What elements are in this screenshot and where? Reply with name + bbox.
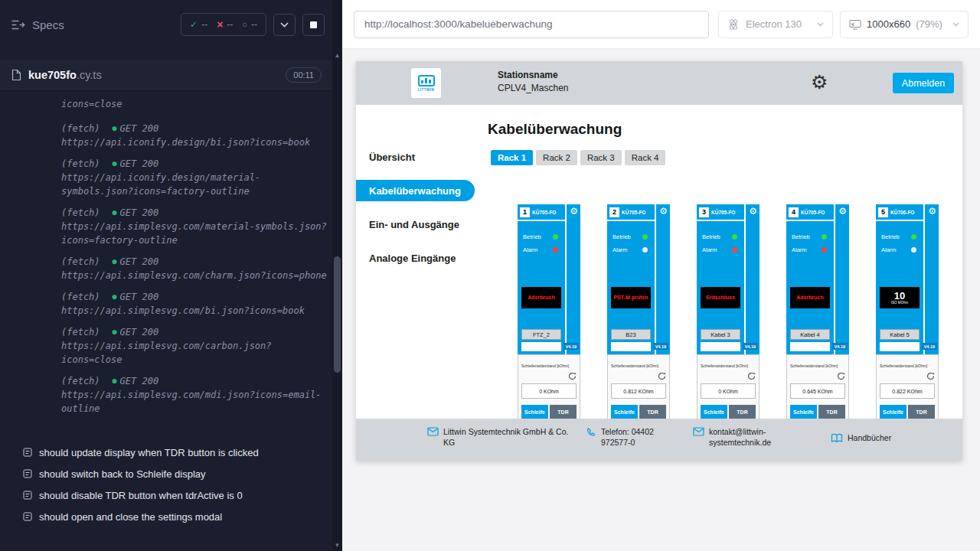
status-text: Erdschluss	[706, 295, 735, 301]
test-title: should update display when TDR button is…	[39, 447, 259, 458]
sidebar-item-analoge-eingaenge[interactable]: Analoge Eingänge	[356, 247, 475, 269]
panel-divider	[876, 220, 923, 221]
log-entry[interactable]: (fetch)●GET 200 https://api.simplesvg.co…	[61, 374, 328, 416]
card-gear-icon[interactable]: ⚙	[659, 206, 668, 217]
specs-toggle[interactable]: Specs	[11, 18, 64, 31]
station-info: Stationsname CPLV4_Maschen	[498, 69, 569, 95]
runner-scrollbar[interactable]: ▲ ▼	[332, 0, 342, 551]
tab-rack-2[interactable]: Rack 2	[536, 150, 577, 165]
browser-selector[interactable]: Electron 130	[718, 11, 833, 38]
card-gear-icon[interactable]: ⚙	[570, 206, 578, 217]
iso-unit: ISO MOhm	[891, 301, 909, 305]
collapse-button[interactable]	[273, 14, 296, 36]
url-input[interactable]: http://localhost:3000/kabelueberwachung	[354, 11, 709, 38]
log-status: GET 200	[120, 206, 159, 220]
device-cards: 1KÜ705-FO ⚙ Betrieb Alarm Aderbruch FTZ_…	[518, 204, 939, 419]
test-runner-panel: Specs ✓-- ×-- ○-- kue705fo.cy.ts 00:11 i…	[0, 0, 342, 551]
viewport-selector[interactable]: 1000x660 (79%)	[840, 11, 969, 38]
card-model: KÜ706-FO	[890, 210, 914, 215]
tdr-button[interactable]: TDR	[818, 405, 845, 419]
viewport-icon	[849, 19, 861, 30]
alarm-led	[732, 247, 737, 253]
log-status: GET 200	[120, 325, 159, 339]
tab-rack-1[interactable]: Rack 1	[491, 150, 533, 165]
phone-icon	[586, 427, 596, 438]
scroll-up-icon[interactable]: ▲	[332, 49, 342, 61]
card-gear-icon[interactable]: ⚙	[928, 206, 936, 217]
log-status: GET 200	[120, 374, 159, 388]
test-item[interactable]: should update display when TDR button is…	[0, 442, 332, 463]
card-gear-icon[interactable]: ⚙	[838, 206, 847, 217]
log-line[interactable]: icons=close	[61, 97, 328, 111]
test-item[interactable]: should disable TDR button when tdrActive…	[0, 484, 332, 506]
log-status: GET 200	[120, 255, 159, 269]
log-label: (fetch)	[61, 157, 100, 171]
tab-rack-4[interactable]: Rack 4	[625, 150, 666, 165]
app-main: Kabelüberwachung Rack 1 Rack 2 Rack 3 Ra…	[475, 105, 962, 419]
log-url: https://api.simplesvg.com/charm.json?ico…	[61, 269, 328, 282]
tdr-button[interactable]: TDR	[908, 405, 935, 419]
tdr-button[interactable]: TDR	[550, 405, 577, 419]
schleife-button[interactable]: Schleife	[701, 405, 727, 419]
alarm-led	[822, 247, 827, 253]
stop-button[interactable]	[302, 14, 325, 36]
rack-tabs: Rack 1 Rack 2 Rack 3 Rack 4	[491, 150, 665, 165]
passed-icon: ✓	[190, 19, 198, 30]
log-entry[interactable]: (fetch)●GET 200 https://api.simplesvg.co…	[61, 325, 328, 367]
logout-button[interactable]: Abmelden	[893, 73, 954, 93]
test-icon	[23, 491, 32, 500]
spec-header[interactable]: kue705fo.cy.ts 00:11	[0, 60, 332, 91]
test-item[interactable]: should open and close the settings modal	[0, 506, 332, 527]
alarm-led	[642, 247, 648, 253]
run-stats: ✓-- ×-- ○--	[181, 13, 266, 36]
littwin-logo-text: LITTWIN	[418, 88, 435, 92]
sidebar-item-ein-und-ausgaenge[interactable]: Ein- und Ausgänge	[356, 214, 475, 235]
card-gear-icon[interactable]: ⚙	[749, 206, 757, 217]
schleife-button[interactable]: Schleife	[611, 405, 638, 419]
schleife-button[interactable]: Schleife	[521, 405, 548, 419]
measure-value: 0 KOhm	[701, 383, 756, 399]
measure-label: Schleifenwiderstand [kOhm]	[790, 364, 838, 368]
tab-rack-3[interactable]: Rack 3	[580, 150, 622, 165]
test-icon	[23, 512, 32, 521]
schleife-button[interactable]: Schleife	[880, 405, 906, 419]
sidebar-item-uebersicht[interactable]: Übersicht	[356, 146, 475, 168]
test-list: should update display when TDR button is…	[0, 442, 332, 527]
url-text: http://localhost:3000/kabelueberwachung	[364, 18, 552, 30]
refresh-icon[interactable]	[747, 372, 756, 380]
log-entry[interactable]: (fetch)●GET 200 https://api.iconify.desi…	[61, 157, 328, 198]
chevron-down-icon	[817, 22, 824, 27]
sidebar-item-kabelueberwachung[interactable]: Kabelüberwachung	[356, 180, 475, 201]
settings-gear-icon[interactable]: ⚙	[811, 68, 828, 96]
station-label: Stationsname	[498, 69, 569, 82]
device-card: 2KÜ705-FO ⚙ Betrieb Alarm PST-M prüfen B…	[607, 204, 670, 419]
refresh-icon[interactable]	[658, 372, 666, 380]
scrollbar-thumb[interactable]	[334, 256, 341, 373]
scroll-down-icon[interactable]: ▼	[332, 539, 342, 551]
betrieb-label: Betrieb	[792, 233, 810, 240]
footer-phone: Telefon: 04402 972577-0	[586, 426, 681, 448]
status-text: PST-M prüfen	[613, 295, 648, 301]
refresh-icon[interactable]	[568, 372, 577, 380]
log-entry[interactable]: (fetch)●GET 200 https://api.simplesvg.co…	[61, 206, 328, 247]
spec-file-icon	[11, 69, 21, 81]
footer-manuals[interactable]: Handbücher	[831, 432, 930, 443]
pending-count: --	[251, 19, 257, 30]
measure-label: Schleifenwiderstand [kOhm]	[701, 364, 748, 368]
test-item[interactable]: should switch back to Schleife display	[0, 463, 332, 484]
refresh-icon[interactable]	[837, 372, 845, 380]
refresh-icon[interactable]	[926, 372, 935, 380]
log-label: (fetch)	[61, 206, 100, 220]
status-text: Aderbruch	[528, 295, 554, 301]
alarm-label: Alarm	[881, 246, 897, 253]
tdr-button[interactable]: TDR	[639, 405, 666, 419]
schleife-button[interactable]: Schleife	[790, 405, 817, 419]
footer-email: kontakt@littwin-systemtechnik.de	[693, 426, 786, 448]
email-icon	[693, 427, 704, 436]
measure-label: Schleifenwiderstand [kOhm]	[880, 364, 927, 368]
log-entry[interactable]: (fetch)●GET 200 https://api.simplesvg.co…	[61, 255, 328, 282]
log-entry[interactable]: (fetch)●GET 200 https://api.simplesvg.co…	[61, 290, 328, 318]
card-model: KÜ705-FO	[711, 210, 735, 215]
log-entry[interactable]: (fetch)●GET 200 https://api.iconify.desi…	[61, 122, 328, 149]
tdr-button[interactable]: TDR	[729, 405, 756, 419]
